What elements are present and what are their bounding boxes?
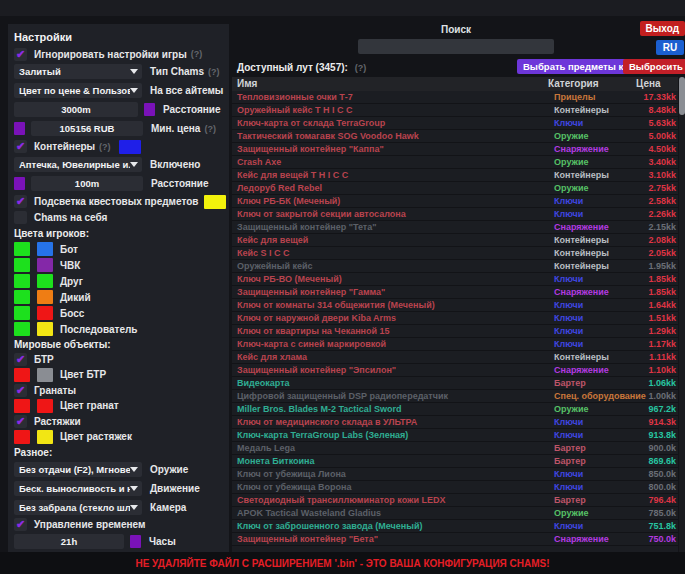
color-swatch[interactable] [37, 430, 53, 444]
table-row[interactable]: Оружейный кейс T H I C C Контейнеры 8.48… [232, 104, 678, 117]
camera-select[interactable]: Без забрала (стекло шлема) [14, 500, 142, 515]
color-swatch[interactable] [14, 122, 25, 135]
table-row[interactable]: Ключ-карта с синей маркировкой Ключи 1.1… [232, 338, 678, 351]
table-row[interactable]: Защищенный контейнер "Эпсилон" Снаряжени… [232, 364, 678, 377]
column-header-price[interactable]: Цена [636, 77, 678, 91]
color-swatch[interactable] [37, 306, 53, 320]
table-row[interactable]: Ключ от комнаты 314 общежития (Меченый) … [232, 299, 678, 312]
table-row[interactable]: Miller Bros. Blades M-2 Tactical Sword О… [232, 403, 678, 416]
color-swatch[interactable] [37, 399, 53, 413]
table-scrollbar[interactable] [679, 77, 685, 552]
time-control-row[interactable]: Управление временем [14, 517, 223, 532]
table-row[interactable]: Видеокарта Бартер 1.06kk [232, 377, 678, 390]
help-hint[interactable]: (?) [204, 124, 216, 134]
column-header-name[interactable]: Имя [232, 77, 548, 91]
color-swatch[interactable] [14, 274, 30, 288]
color-swatch[interactable] [37, 322, 53, 336]
checkbox[interactable] [14, 384, 27, 397]
help-hint[interactable]: (?) [99, 142, 111, 152]
ignore-game-settings-row[interactable]: Игнорировать настройки игры (?) [14, 46, 223, 62]
chams-type-select[interactable]: Залитый [14, 64, 142, 79]
table-row[interactable]: Ключ от убежища Лиона Ключи 850.0k [232, 468, 678, 481]
color-swatch[interactable] [144, 103, 155, 116]
color-swatch[interactable] [204, 195, 226, 209]
language-button[interactable]: RU [656, 40, 684, 55]
table-row[interactable]: Светодиодный трансиллюминатор кожи LEDX … [232, 494, 678, 507]
help-hint[interactable]: (?) [355, 63, 367, 73]
checkbox[interactable] [14, 353, 27, 366]
checkbox[interactable] [14, 48, 27, 61]
table-row[interactable]: Защищенный контейнер "Бета" Снаряжение 7… [232, 533, 678, 546]
checkbox[interactable] [14, 211, 27, 224]
world-checkbox-row[interactable]: Гранаты [14, 383, 223, 397]
table-row[interactable]: Кейс S I C C Контейнеры 2.05kk [232, 247, 678, 260]
quest-highlight-row[interactable]: Подсветка квестовых предметов [14, 193, 223, 210]
color-swatch[interactable] [14, 258, 30, 272]
distance-input[interactable] [14, 102, 138, 117]
containers-row[interactable]: Контейнеры (?) [14, 138, 223, 155]
color-swatch[interactable] [14, 399, 30, 413]
color-swatch[interactable] [37, 368, 53, 382]
table-row[interactable]: Оружейный кейс Контейнеры 1.95kk [232, 260, 678, 273]
color-swatch[interactable] [130, 535, 141, 548]
checkbox[interactable] [14, 518, 27, 531]
table-row[interactable]: Ключ от квартиры на Чеканной 15 Ключи 1.… [232, 325, 678, 338]
table-row[interactable]: Ключ РБ-ВО (Меченый) Ключи 1.85kk [232, 273, 678, 286]
checkbox[interactable] [14, 415, 27, 428]
table-row[interactable]: Crash Axe Оружие 3.40kk [232, 156, 678, 169]
min-price-input[interactable] [31, 121, 143, 136]
item-price: 914.3k [642, 416, 678, 428]
table-row[interactable]: Защищенный контейнер "Каппа" Снаряжение … [232, 143, 678, 156]
table-row[interactable]: Ключ РБ-БК (Меченый) Ключи 2.58kk [232, 195, 678, 208]
movement-select[interactable]: Беск. выносливость и нет уста [14, 481, 142, 496]
table-row[interactable]: Тактический томагавк SOG Voodoo Hawk Ору… [232, 130, 678, 143]
drop-all-button[interactable]: Выбросить все [623, 59, 685, 74]
apply-mode-select[interactable]: Цвет по цене & Пользователь [14, 83, 142, 98]
column-header-category[interactable]: Категория [548, 77, 636, 91]
table-row[interactable]: Монета Биткоина Бартер 869.6k [232, 455, 678, 468]
table-row[interactable]: APOK Tactical Wasteland Gladius Оружие 7… [232, 507, 678, 520]
table-row[interactable]: Ключ от закрытой секции автосалона Ключи… [232, 208, 678, 221]
table-row[interactable]: Ключ от наружной двери Kiba Arms Ключи 1… [232, 312, 678, 325]
table-row[interactable]: Ключ от убежища Ворона Ключи 800.0k [232, 481, 678, 494]
color-swatch[interactable] [14, 290, 30, 304]
color-swatch[interactable] [14, 177, 25, 190]
color-swatch[interactable] [14, 306, 30, 320]
color-swatch[interactable] [14, 430, 30, 444]
table-row[interactable]: Тепловизионные очки Т-7 Прицелы 17.33kk [232, 91, 678, 104]
exit-button[interactable]: Выход [640, 21, 685, 36]
world-checkbox-row[interactable]: БТР [14, 352, 223, 366]
table-row[interactable]: Защищенный контейнер "Тета" Снаряжение 2… [232, 221, 678, 234]
containers-distance-input[interactable] [31, 176, 143, 191]
color-swatch[interactable] [14, 322, 30, 336]
table-row[interactable]: Защищенный контейнер "Гамма" Снаряжение … [232, 286, 678, 299]
color-swatch[interactable] [14, 368, 30, 382]
chams-self-row[interactable]: Chams на себя [14, 210, 223, 225]
weapon-select[interactable]: Без отдачи (F2), Мгновенное п [14, 462, 142, 477]
color-swatch[interactable] [37, 242, 53, 256]
table-row[interactable]: Ключ-карта TerraGroup Labs (Зеленая) Клю… [232, 429, 678, 442]
help-hint[interactable]: (?) [208, 67, 220, 77]
hours-input[interactable] [14, 534, 124, 549]
table-row[interactable]: Кейс для вещей Контейнеры 2.08kk [232, 234, 678, 247]
search-input[interactable] [358, 39, 554, 54]
color-swatch[interactable] [37, 290, 53, 304]
world-checkbox-row[interactable]: Растяжки [14, 414, 223, 428]
table-row[interactable]: Ледоруб Red Rebel Оружие 2.75kk [232, 182, 678, 195]
checkbox[interactable] [14, 195, 27, 208]
table-row[interactable]: Ключ от медицинского склада в УЛЬТРА Клю… [232, 416, 678, 429]
color-swatch[interactable] [37, 274, 53, 288]
color-swatch[interactable] [37, 258, 53, 272]
containers-filter-select[interactable]: Аптечка, Ювелирные и... [14, 157, 142, 172]
scrollbar-thumb[interactable] [679, 77, 685, 115]
checkbox[interactable] [14, 140, 27, 153]
color-swatch[interactable] [14, 242, 30, 256]
table-row[interactable]: Медаль Lega Бартер 900.0k [232, 442, 678, 455]
table-row[interactable]: Кейс для хлама Контейнеры 1.11kk [232, 351, 678, 364]
table-row[interactable]: Ключ от заброшенного завода (Меченый) Кл… [232, 520, 678, 533]
table-row[interactable]: Цифровой защищенный DSP радиопередатчик … [232, 390, 678, 403]
table-row[interactable]: Кейс для вещей T H I C C Контейнеры 3.10… [232, 169, 678, 182]
table-row[interactable]: Ключ-карта от склада TerraGroup Ключи 5.… [232, 117, 678, 130]
help-hint[interactable]: (?) [191, 49, 203, 59]
color-swatch[interactable] [119, 140, 141, 154]
